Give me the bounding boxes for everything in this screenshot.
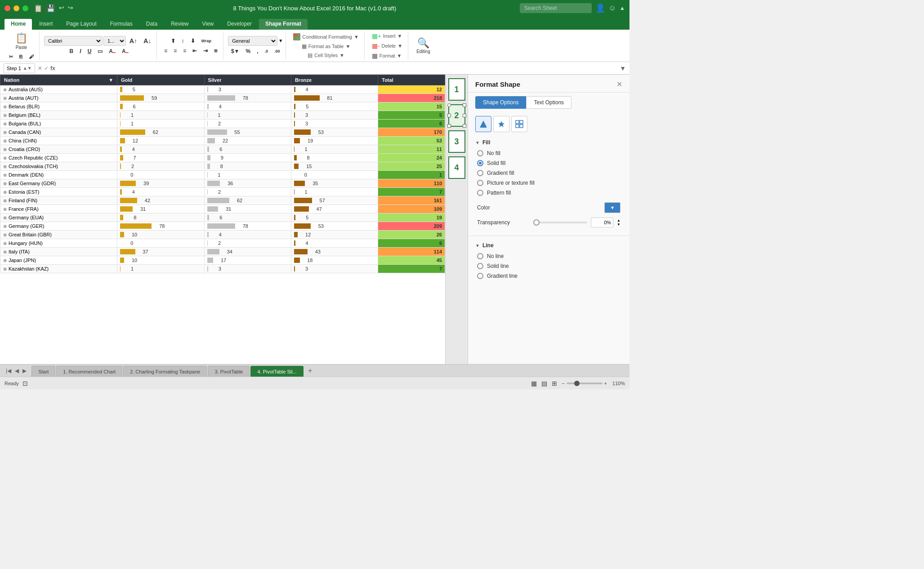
table-row[interactable]: ⊕ Belgium (BEL) 1 1 3 xyxy=(0,111,445,120)
table-row[interactable]: ⊕ Denmark (DEN) 0 1 0 xyxy=(0,171,445,179)
table-row[interactable]: ⊕ Canada (CAN) 62 55 53 xyxy=(0,128,445,137)
expand-icon[interactable]: ⊕ xyxy=(3,181,7,186)
table-row[interactable]: ⊕ Austria (AUT) 59 78 81 xyxy=(0,94,445,102)
tab-text-options[interactable]: Text Options xyxy=(526,96,571,109)
confirm-formula-icon[interactable]: ✓ xyxy=(44,65,49,71)
conditional-formatting-button[interactable]: Conditional Formatting ▼ xyxy=(290,32,362,41)
fill-color-button[interactable]: A▬ xyxy=(106,47,118,56)
number-format-dropdown[interactable]: ▼ xyxy=(278,38,283,43)
name-box[interactable]: Step 1 ▲▼ xyxy=(4,63,35,73)
handle-tr[interactable] xyxy=(463,103,466,107)
table-row[interactable]: ⊕ Croatia (CRO) 4 6 1 xyxy=(0,145,445,154)
decrease-indent-button[interactable]: ⇤ xyxy=(190,46,200,55)
delete-cells-button[interactable]: ▦- Delete ▼ xyxy=(369,41,405,50)
gradient-fill-option[interactable]: Gradient fill xyxy=(475,170,622,176)
table-row[interactable]: ⊕ France (FRA) 31 31 47 xyxy=(0,205,445,213)
align-right-button[interactable]: ≡ xyxy=(180,46,189,55)
shape-2[interactable]: 2 xyxy=(448,104,465,127)
table-row[interactable]: ⊕ Great Britain (GBR) 10 4 12 xyxy=(0,231,445,239)
expand-icon[interactable]: ⊕ xyxy=(3,138,7,143)
font-grow-button[interactable]: A↑ xyxy=(127,36,140,46)
expand-icon[interactable]: ⊕ xyxy=(3,173,7,178)
percent-button[interactable]: % xyxy=(243,47,254,56)
align-bottom-button[interactable]: ⬇ xyxy=(188,36,198,45)
comma-button[interactable]: , xyxy=(254,47,261,56)
expand-icon[interactable]: ⊕ xyxy=(3,87,7,92)
handle-ml[interactable] xyxy=(447,114,451,117)
no-fill-option[interactable]: No fill xyxy=(475,150,622,156)
font-shrink-button[interactable]: A↓ xyxy=(141,36,154,46)
tab-data[interactable]: Data xyxy=(140,19,164,30)
font-size-select[interactable]: 1... xyxy=(103,36,126,46)
handle-mr[interactable] xyxy=(463,114,466,117)
wrap-text-button[interactable]: Wrap xyxy=(199,37,214,44)
tab-formulas[interactable]: Formulas xyxy=(104,19,139,30)
table-container[interactable]: Nation ▼ Gold Silver Bronze Total ⊕ Aust… xyxy=(0,75,445,353)
search-input[interactable] xyxy=(520,3,592,13)
transparency-slider[interactable] xyxy=(533,222,587,223)
expand-icon[interactable]: ⊕ xyxy=(3,104,7,109)
decrease-decimal-button[interactable]: .0 xyxy=(262,48,271,55)
user-icon[interactable]: 👤 xyxy=(595,3,605,13)
formula-input[interactable] xyxy=(58,65,617,71)
header-silver[interactable]: Silver xyxy=(204,75,291,85)
table-row[interactable]: ⊕ Hungary (HUN) 0 2 4 xyxy=(0,239,445,248)
handle-tl[interactable] xyxy=(447,103,451,107)
format-as-table-button[interactable]: ▦ Format as Table ▼ xyxy=(299,42,353,50)
table-row[interactable]: ⊕ Czechoslovakia (TCH) 2 8 15 xyxy=(0,162,445,171)
no-line-option[interactable]: No line xyxy=(475,253,622,259)
gradient-fill-radio[interactable] xyxy=(477,170,483,176)
no-fill-radio[interactable] xyxy=(477,150,483,156)
add-sheet-button[interactable]: + xyxy=(304,365,316,377)
cell-styles-button[interactable]: ▤ Cell Styles ▼ xyxy=(305,51,347,59)
header-total[interactable]: Total xyxy=(378,75,445,85)
save-icon[interactable]: 💾 xyxy=(46,4,55,13)
expand-icon[interactable]: ⊕ xyxy=(3,224,7,229)
tab-insert[interactable]: Insert xyxy=(33,19,59,30)
undo-icon[interactable]: ↩ xyxy=(59,4,64,13)
pattern-fill-radio[interactable] xyxy=(477,190,483,196)
expand-icon[interactable]: ⊕ xyxy=(3,215,7,220)
sheet-tab-start[interactable]: Start xyxy=(31,366,55,377)
tab-shape-options[interactable]: Shape Options xyxy=(475,96,526,109)
cancel-formula-icon[interactable]: ✕ xyxy=(38,65,42,71)
minimize-button[interactable] xyxy=(13,5,19,11)
bold-button[interactable]: B xyxy=(67,47,76,56)
pattern-fill-option[interactable]: Pattern fill xyxy=(475,190,622,196)
header-nation[interactable]: Nation ▼ xyxy=(0,75,117,85)
cut-button[interactable]: ✂ xyxy=(6,53,16,61)
font-name-select[interactable]: Calibri xyxy=(44,36,103,46)
sheet-tab-3[interactable]: 3. PivotTable xyxy=(208,366,250,377)
shape-4[interactable]: 4 xyxy=(448,156,465,179)
number-format-select[interactable]: General xyxy=(228,36,277,46)
transparency-stepper[interactable]: ▲ ▼ xyxy=(617,219,620,227)
redo-icon[interactable]: ↪ xyxy=(68,4,73,13)
expand-icon[interactable]: ⊕ xyxy=(3,198,7,203)
transparency-input[interactable] xyxy=(591,218,613,227)
table-row[interactable]: ⊕ Germany (EUA) 8 6 5 xyxy=(0,213,445,222)
layout-icon-button[interactable] xyxy=(511,116,527,132)
fill-line-icon-button[interactable] xyxy=(475,116,491,132)
tab-page-layout[interactable]: Page Layout xyxy=(60,19,103,30)
expand-icon[interactable]: ⊕ xyxy=(3,147,7,152)
tab-shape-format[interactable]: Shape Format xyxy=(259,19,308,30)
increase-decimal-button[interactable]: .00 xyxy=(272,48,283,55)
merge-button[interactable]: ⊞ xyxy=(211,47,220,54)
zoom-out-button[interactable]: − xyxy=(562,381,564,386)
tab-developer[interactable]: Developer xyxy=(221,19,258,30)
italic-button[interactable]: I xyxy=(77,47,84,56)
page-break-icon[interactable]: ⊡ xyxy=(22,380,28,387)
first-sheet-button[interactable]: |◀ xyxy=(4,368,13,374)
page-break-view-icon[interactable]: ⊞ xyxy=(552,380,557,387)
smiley-icon[interactable]: ☺ xyxy=(609,4,616,12)
table-row[interactable]: ⊕ Estonia (EST) 4 2 1 xyxy=(0,188,445,196)
currency-button[interactable]: $▼ xyxy=(228,47,242,56)
table-row[interactable]: ⊕ Bulgaria (BUL) 1 2 3 xyxy=(0,120,445,128)
table-row[interactable]: ⊕ Japan (JPN) 10 17 18 xyxy=(0,256,445,265)
format-cells-button[interactable]: ▦ Format ▼ xyxy=(369,51,405,60)
normal-view-icon[interactable]: ▦ xyxy=(531,380,537,387)
sheet-tab-4[interactable]: 4. PivotTable Sli... xyxy=(250,366,303,377)
format-painter-button[interactable]: 🖌 xyxy=(26,53,36,61)
solid-fill-radio[interactable] xyxy=(477,160,483,166)
insert-cells-button[interactable]: ▦+ Insert ▼ xyxy=(369,31,405,40)
